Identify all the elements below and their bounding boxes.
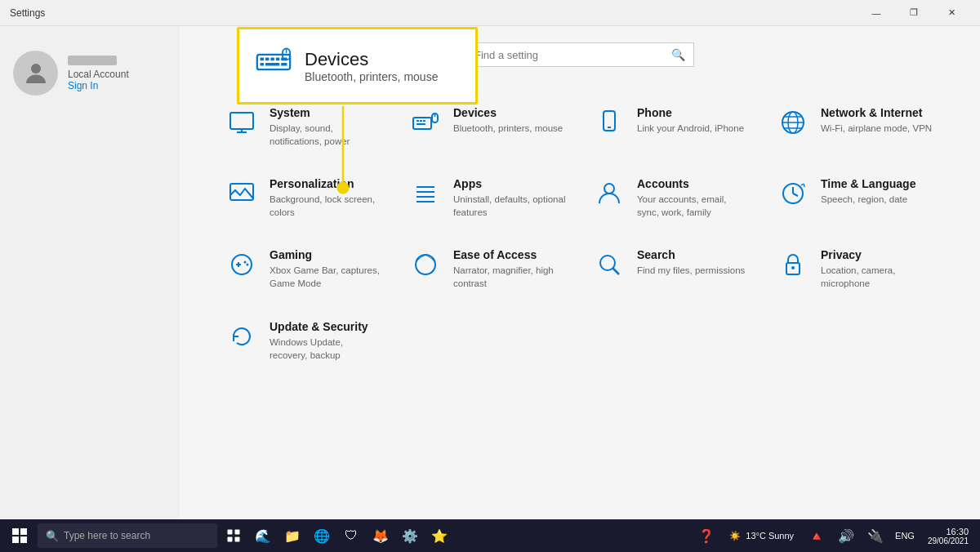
update-icon bbox=[225, 320, 258, 353]
edge-icon[interactable]: 🌊 bbox=[250, 521, 276, 550]
apps-subtitle: Uninstall, defaults, optional features bbox=[453, 193, 567, 219]
battery-icon[interactable]: 🔌 bbox=[862, 521, 889, 550]
taskbar-search[interactable]: 🔍 Type here to search bbox=[38, 523, 217, 548]
time-display: 16:30 bbox=[946, 527, 969, 536]
update-subtitle: Windows Update, recovery, backup bbox=[270, 336, 383, 362]
devices-text: Devices Bluetooth, printers, mouse bbox=[453, 106, 563, 135]
firefox-icon[interactable]: 🦊 bbox=[368, 521, 394, 550]
network-subtitle: Wi-Fi, airplane mode, VPN bbox=[821, 122, 932, 135]
gaming-subtitle: Xbox Game Bar, captures, Game Mode bbox=[270, 264, 383, 290]
settings-icon[interactable]: ⚙️ bbox=[397, 521, 423, 550]
accounts-title: Accounts bbox=[637, 177, 751, 190]
svg-point-36 bbox=[791, 266, 795, 269]
apps-title: Apps bbox=[453, 177, 567, 190]
search-text: Search Find my files, permissions bbox=[637, 248, 745, 277]
help-icon[interactable]: ❓ bbox=[693, 521, 719, 550]
gaming-text: Gaming Xbox Game Bar, captures, Game Mod… bbox=[270, 248, 383, 290]
devices-subtitle: Bluetooth, printers, mouse bbox=[453, 122, 563, 135]
update-title: Update & Security bbox=[270, 320, 383, 333]
personalization-icon bbox=[225, 177, 258, 210]
weather-text: 13°C Sunny bbox=[746, 531, 794, 541]
network-icon bbox=[777, 106, 809, 139]
svg-rect-38 bbox=[261, 58, 265, 61]
system-text: System Display, sound, notifications, po… bbox=[270, 106, 383, 148]
settings-item-update[interactable]: Update & Security Windows Update, recove… bbox=[212, 305, 396, 376]
lang-indicator: ENG bbox=[892, 531, 918, 541]
settings-item-network[interactable]: Network & Internet Wi-Fi, airplane mode,… bbox=[764, 91, 947, 162]
chrome-icon[interactable]: 🌐 bbox=[309, 521, 335, 550]
devices-title: Devices bbox=[453, 106, 563, 119]
store-icon[interactable]: ⭐ bbox=[426, 521, 452, 550]
system-subtitle: Display, sound, notifications, power bbox=[270, 122, 383, 148]
taskbar-search-icon: 🔍 bbox=[46, 530, 59, 542]
ease-title: Ease of Access bbox=[453, 248, 567, 261]
svg-rect-8 bbox=[416, 123, 425, 125]
network-notify-icon[interactable]: 🔺 bbox=[804, 521, 830, 550]
clock: 16:30 29/06/2021 bbox=[921, 527, 975, 545]
settings-item-phone[interactable]: Phone Link your Android, iPhone bbox=[580, 91, 764, 162]
devices-callout-text: Devices Bluetooth, printers, mouse bbox=[305, 49, 438, 83]
gaming-icon bbox=[225, 248, 258, 281]
system-icon bbox=[225, 106, 258, 139]
time-icon bbox=[777, 177, 809, 210]
taskbar-search-text: Type here to search bbox=[64, 530, 150, 541]
svg-point-30 bbox=[244, 261, 247, 264]
ease-text: Ease of Access Narrator, magnifier, high… bbox=[453, 248, 567, 290]
settings-item-gaming[interactable]: Gaming Xbox Game Bar, captures, Game Mod… bbox=[212, 234, 396, 305]
system-title: System bbox=[270, 106, 383, 119]
search-title: Search bbox=[637, 248, 745, 261]
settings-item-accounts[interactable]: Accounts Your accounts, email, sync, wor… bbox=[580, 162, 764, 234]
time-subtitle: Speech, region, date bbox=[821, 193, 915, 206]
svg-rect-6 bbox=[420, 120, 422, 122]
svg-rect-57 bbox=[235, 537, 240, 542]
devices-callout: Devices Bluetooth, printers, mouse bbox=[237, 27, 478, 105]
svg-rect-40 bbox=[270, 58, 274, 61]
search-input[interactable] bbox=[474, 49, 665, 61]
avatar bbox=[13, 51, 58, 96]
svg-rect-1 bbox=[230, 113, 253, 129]
svg-point-32 bbox=[416, 255, 435, 274]
app-body: Local Account Sign In 🔍 System Display, … bbox=[0, 26, 980, 519]
search-box[interactable]: 🔍 bbox=[466, 42, 694, 67]
network-text: Network & Internet Wi-Fi, airplane mode,… bbox=[821, 106, 932, 135]
user-local-label: Local Account bbox=[68, 69, 129, 80]
settings-item-apps[interactable]: Apps Uninstall, defaults, optional featu… bbox=[396, 162, 580, 234]
explorer-icon[interactable]: 📁 bbox=[279, 521, 305, 550]
accounts-subtitle: Your accounts, email, sync, work, family bbox=[637, 193, 751, 219]
gaming-title: Gaming bbox=[270, 248, 383, 261]
settings-item-search[interactable]: Search Find my files, permissions bbox=[580, 234, 764, 305]
task-view-button[interactable] bbox=[220, 521, 247, 550]
signin-link[interactable]: Sign In bbox=[68, 80, 129, 91]
speaker-icon[interactable]: 🔊 bbox=[833, 521, 859, 550]
svg-point-0 bbox=[31, 64, 41, 73]
personalization-title: Personalization bbox=[270, 177, 383, 190]
settings-item-privacy[interactable]: Privacy Location, camera, microphone bbox=[764, 234, 947, 305]
shield-icon[interactable]: 🛡 bbox=[338, 521, 364, 550]
user-section: Local Account Sign In bbox=[0, 42, 180, 112]
date-display: 29/06/2021 bbox=[928, 536, 969, 545]
search-icon[interactable]: 🔍 bbox=[671, 48, 685, 61]
ease-subtitle: Narrator, magnifier, high contrast bbox=[453, 264, 567, 290]
privacy-subtitle: Location, camera, microphone bbox=[821, 264, 934, 290]
svg-line-34 bbox=[612, 268, 619, 274]
settings-item-ease[interactable]: Ease of Access Narrator, magnifier, high… bbox=[396, 234, 580, 305]
personalization-text: Personalization Background, lock screen,… bbox=[270, 177, 383, 219]
restore-button[interactable]: ❐ bbox=[895, 0, 933, 26]
svg-line-26 bbox=[793, 194, 798, 196]
time-title: Time & Language bbox=[821, 177, 915, 190]
privacy-text: Privacy Location, camera, microphone bbox=[821, 248, 934, 290]
start-button[interactable] bbox=[5, 521, 34, 550]
time-text: Time & Language Speech, region, date bbox=[821, 177, 915, 206]
devices-callout-icon bbox=[256, 44, 292, 87]
settings-item-personalization[interactable]: Personalization Background, lock screen,… bbox=[212, 162, 396, 234]
app-title: Settings bbox=[10, 7, 858, 19]
username-blur bbox=[68, 56, 117, 65]
svg-point-23 bbox=[604, 184, 614, 194]
minimize-button[interactable]: — bbox=[858, 0, 895, 26]
weather-icon: ☀️ bbox=[729, 531, 741, 541]
settings-item-time[interactable]: Time & Language Speech, region, date bbox=[764, 162, 947, 234]
apps-icon bbox=[409, 177, 442, 210]
phone-title: Phone bbox=[637, 106, 744, 119]
close-button[interactable]: ✕ bbox=[933, 0, 970, 26]
svg-rect-55 bbox=[235, 530, 240, 535]
